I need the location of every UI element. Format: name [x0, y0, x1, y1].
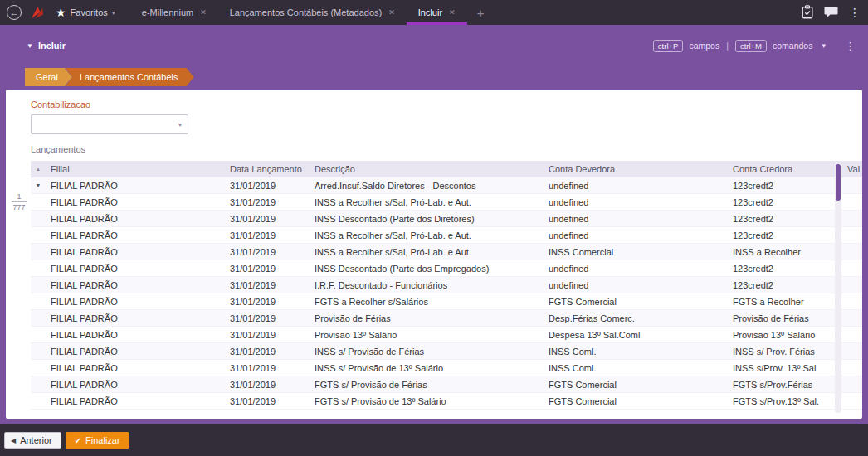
tab-lancamentos-contabeis-metadados[interactable]: Lançamentos Contábeis (Metadados) ✕: [218, 0, 407, 25]
table-cell: undefined: [544, 181, 728, 191]
tasks-clipboard-icon[interactable]: [802, 5, 813, 21]
open-tabs: e-Millennium ✕ Lançamentos Contábeis (Me…: [130, 0, 495, 25]
table-row[interactable]: FILIAL PADRÃO31/01/2019INSS Descontado (…: [31, 260, 862, 277]
table-row[interactable]: FILIAL PADRÃO31/01/2019Provisão de Féria…: [31, 310, 862, 327]
table-cell: Provisão de Férias: [728, 313, 842, 323]
table-cell: INSS a Recolher: [728, 247, 842, 257]
table-cell: 123credt2: [728, 197, 842, 207]
table-cell: 31/01/2019: [225, 197, 310, 207]
column-header[interactable]: Data Lançamento: [225, 164, 310, 174]
table-cell: 31/01/2019: [225, 230, 310, 240]
table-cell: Despesa 13º Sal.Coml: [544, 330, 728, 340]
vertical-scrollbar[interactable]: [835, 163, 841, 413]
table-row[interactable]: FILIAL PADRÃO31/01/2019Provisão 13º Salá…: [31, 327, 862, 343]
current-record-number: 1: [12, 192, 27, 202]
table-cell: FILIAL PADRÃO: [46, 380, 225, 390]
plus-icon: +: [477, 6, 485, 20]
topbar-menu-dots-icon[interactable]: ⋮: [849, 6, 861, 19]
table-row[interactable]: FILIAL PADRÃO31/01/2019INSS s/ Provisão …: [31, 343, 862, 360]
finalizar-button[interactable]: ✔ Finalizar: [66, 432, 129, 449]
tab-incluir[interactable]: Incluir ✕: [407, 0, 467, 25]
bottom-bar: ◀ Anterior ✔ Finalizar: [0, 424, 868, 456]
table-row[interactable]: FILIAL PADRÃO31/01/2019INSS s/ Provisão …: [31, 360, 862, 376]
column-header[interactable]: Conta Devedora: [544, 164, 728, 174]
panel-collapse-toggle[interactable]: ▼ Incluir: [27, 41, 66, 51]
back-button[interactable]: ←: [7, 5, 22, 20]
table-cell: FILIAL PADRÃO: [46, 247, 225, 257]
step-geral[interactable]: Geral: [25, 68, 72, 86]
chevron-down-icon: ▾: [112, 9, 115, 17]
table-cell: FGTS a Recolher: [728, 297, 842, 307]
step-label: Lançamentos Contábeis: [80, 72, 178, 82]
table-cell: INSS a Recolher s/Sal, Pró-Lab. e Aut.: [310, 247, 544, 257]
table-cell: INSS Coml.: [544, 363, 728, 373]
tab-e-millennium[interactable]: e-Millennium ✕: [130, 0, 218, 25]
panel-menu-dots-icon[interactable]: ⋮: [845, 40, 856, 52]
table-cell: I.R.F. Descontado - Funcionários: [310, 280, 544, 290]
panel-title: Incluir: [38, 41, 66, 51]
table-row[interactable]: FILIAL PADRÃO31/01/2019INSS a Recolher s…: [31, 227, 862, 244]
back-arrow-icon: ←: [10, 7, 19, 17]
chevron-down-icon[interactable]: ▾: [822, 41, 826, 50]
top-bar: ← ★ Favoritos ▾ e-Millennium ✕ Lançament…: [0, 0, 868, 25]
chat-icon[interactable]: [824, 6, 838, 20]
close-tab-icon[interactable]: ✕: [388, 8, 395, 17]
table-cell: 31/01/2019: [225, 247, 310, 257]
table-cell: FILIAL PADRÃO: [46, 396, 225, 406]
table-cell: FGTS Comercial: [544, 396, 728, 406]
scrollbar-thumb[interactable]: [836, 164, 841, 201]
campos-label[interactable]: campos: [689, 41, 719, 51]
anterior-label: Anterior: [20, 435, 52, 445]
main-area: ▼ Incluir ctrl+P campos | ctrl+M comando…: [0, 25, 868, 424]
table-row[interactable]: FILIAL PADRÃO31/01/2019FGTS s/ Provisão …: [31, 376, 862, 393]
table-cell: FILIAL PADRÃO: [46, 197, 225, 207]
table-body: ▼FILIAL PADRÃO31/01/2019Arred.Insuf.Sald…: [31, 177, 862, 410]
table-cell: FGTS s/ Provisão de Férias: [310, 380, 544, 390]
tab-label: Lançamentos Contábeis (Metadados): [230, 7, 382, 17]
table-cell: 31/01/2019: [225, 380, 310, 390]
table-row[interactable]: FILIAL PADRÃO31/01/2019FGTS a Recolher s…: [31, 293, 862, 310]
star-icon: ★: [56, 7, 66, 18]
column-header[interactable]: Descrição: [310, 164, 544, 174]
table-cell: 123credt2: [728, 181, 842, 191]
close-tab-icon[interactable]: ✕: [449, 8, 456, 17]
column-header[interactable]: Filial: [46, 164, 225, 174]
table-cell: 31/01/2019: [225, 181, 310, 191]
close-tab-icon[interactable]: ✕: [200, 8, 207, 17]
table-cell: 31/01/2019: [225, 214, 310, 224]
table-cell: FILIAL PADRÃO: [46, 313, 225, 323]
panel-header: ▼ Incluir ctrl+P campos | ctrl+M comando…: [6, 25, 862, 61]
favorites-menu[interactable]: ★ Favoritos ▾: [52, 7, 124, 18]
table-cell: FILIAL PADRÃO: [46, 264, 225, 274]
table-cell: INSS s/ Provisão de Férias: [310, 347, 544, 357]
table-row[interactable]: FILIAL PADRÃO31/01/2019FGTS s/ Provisão …: [31, 393, 862, 410]
table-cell: 31/01/2019: [225, 396, 310, 406]
sort-icon[interactable]: ▲: [31, 167, 46, 172]
table-row[interactable]: FILIAL PADRÃO31/01/2019I.R.F. Descontado…: [31, 277, 862, 293]
table-row[interactable]: ▼FILIAL PADRÃO31/01/2019Arred.Insuf.Sald…: [31, 177, 862, 194]
table-cell: 31/01/2019: [225, 264, 310, 274]
table-cell: INSS s/Prov. 13º Sal: [728, 363, 842, 373]
millennium-logo-icon: [29, 5, 45, 21]
column-header[interactable]: Val: [842, 164, 862, 174]
table-cell: FILIAL PADRÃO: [46, 214, 225, 224]
column-header[interactable]: Conta Credora: [728, 164, 842, 174]
shortcut-hints: ctrl+P campos | ctrl+M comandos ▾ ⋮: [653, 40, 856, 52]
contabilizacao-select[interactable]: ▾: [31, 114, 188, 134]
anterior-button[interactable]: ◀ Anterior: [4, 432, 61, 449]
new-tab-button[interactable]: +: [467, 0, 495, 25]
table-cell: undefined: [544, 280, 728, 290]
table-row[interactable]: FILIAL PADRÃO31/01/2019INSS a Recolher s…: [31, 244, 862, 260]
table-row[interactable]: FILIAL PADRÃO31/01/2019INSS a Recolher s…: [31, 194, 862, 211]
table-cell: undefined: [544, 230, 728, 240]
table-header-row: ▲FilialData LançamentoDescriçãoConta Dev…: [31, 161, 862, 177]
step-lancamentos-contabeis[interactable]: Lançamentos Contábeis: [66, 68, 194, 86]
comandos-label[interactable]: comandos: [773, 41, 812, 51]
total-record-count: 777: [12, 202, 27, 212]
table-cell: 123credt2: [728, 280, 842, 290]
table-row[interactable]: FILIAL PADRÃO31/01/2019INSS Descontado (…: [31, 211, 862, 227]
table-cell: undefined: [544, 197, 728, 207]
table-cell: undefined: [544, 264, 728, 274]
topbar-left-group: ← ★ Favoritos ▾: [0, 0, 130, 25]
check-icon: ✔: [75, 436, 81, 445]
